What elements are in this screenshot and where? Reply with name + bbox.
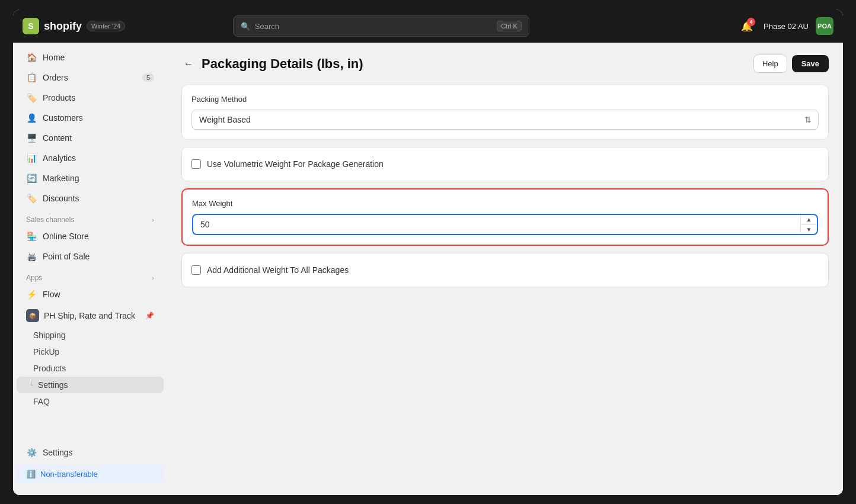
page-title: Packaging Details (lbs, in)	[202, 56, 363, 72]
sidebar-item-settings[interactable]: ⚙️ Settings	[17, 442, 164, 463]
notification-button[interactable]: 🔔 4	[737, 17, 756, 36]
sidebar-item-orders[interactable]: 📋 Orders 5	[17, 68, 164, 88]
sidebar-item-customers[interactable]: 👤 Customers	[17, 108, 164, 128]
sidebar-item-label: Discounts	[43, 194, 79, 203]
sales-channels-label: Sales channels	[26, 216, 74, 224]
info-icon: ℹ️	[26, 470, 36, 479]
page-header: ← Packaging Details (lbs, in) Help Save	[181, 54, 829, 73]
shopify-icon: S	[23, 18, 39, 34]
sidebar-item-discounts[interactable]: 🏷️ Discounts	[17, 188, 164, 208]
additional-weight-card: Add Additional Weight To All Packages	[181, 253, 829, 287]
non-transferable-label: Non-transferable	[40, 470, 98, 479]
products-icon: 🏷️	[26, 92, 37, 103]
topbar: S shopify Winter '24 🔍 Search Ctrl K 🔔 4…	[13, 9, 843, 43]
sidebar-item-label: Point of Sale	[43, 252, 90, 261]
marketing-icon: 🔄	[26, 173, 37, 184]
sidebar-item-label: Marketing	[43, 174, 79, 183]
volumetric-weight-card: Use Volumetric Weight For Package Genera…	[181, 147, 829, 181]
online-store-icon: 🏪	[26, 231, 37, 242]
sidebar-sub-faq[interactable]: FAQ	[17, 393, 164, 410]
sidebar-item-home[interactable]: 🏠 Home	[17, 47, 164, 68]
volumetric-checkbox[interactable]	[191, 159, 201, 169]
sales-channels-section: Sales channels ›	[17, 208, 164, 226]
orders-badge: 5	[142, 73, 154, 82]
pin-icon: 📌	[145, 312, 154, 320]
max-weight-input-wrapper: ▲ ▼	[192, 214, 818, 235]
spinner-up-button[interactable]: ▲	[801, 215, 817, 225]
orders-icon: 📋	[26, 72, 37, 83]
sidebar-item-label: Content	[43, 133, 72, 143]
sidebar-item-label: Analytics	[43, 153, 76, 163]
help-button[interactable]: Help	[753, 54, 787, 73]
settings-icon: ⚙️	[26, 447, 37, 458]
sidebar-sub-settings[interactable]: Settings	[17, 377, 164, 393]
sidebar-item-point-of-sale[interactable]: 🖨️ Point of Sale	[17, 246, 164, 267]
content-icon: 🖥️	[26, 133, 37, 143]
sidebar-item-analytics[interactable]: 📊 Analytics	[17, 148, 164, 168]
topbar-right: 🔔 4 Phase 02 AU POA	[737, 17, 833, 36]
avatar[interactable]: POA	[816, 17, 833, 35]
packing-method-card: Packing Method Weight Based Box Packing …	[181, 85, 829, 140]
header-actions: Help Save	[753, 54, 829, 73]
packing-method-select[interactable]: Weight Based Box Packing Individual Item…	[191, 110, 819, 130]
sidebar-item-label: Orders	[43, 73, 68, 82]
back-button[interactable]: ←	[181, 56, 196, 72]
additional-weight-checkbox[interactable]	[191, 265, 201, 275]
analytics-icon: 📊	[26, 153, 37, 163]
apps-section: Apps ›	[17, 267, 164, 284]
packing-method-select-wrapper: Weight Based Box Packing Individual Item…	[191, 110, 819, 130]
search-shortcut: Ctrl K	[497, 21, 522, 31]
sidebar: 🏠 Home 📋 Orders 5 🏷️ Products 👤 Customer…	[13, 43, 167, 495]
additional-weight-label: Add Additional Weight To All Packages	[207, 265, 349, 275]
notification-badge: 4	[747, 18, 755, 26]
max-weight-label: Max Weight	[192, 199, 818, 208]
home-icon: 🏠	[26, 52, 37, 63]
main-layout: 🏠 Home 📋 Orders 5 🏷️ Products 👤 Customer…	[13, 43, 843, 495]
chevron-right-icon: ›	[152, 216, 154, 223]
sidebar-item-content[interactable]: 🖥️ Content	[17, 128, 164, 148]
sidebar-bottom: ⚙️ Settings ℹ️ Non-transferable	[13, 438, 167, 490]
ph-app-item[interactable]: 📦 PH Ship, Rate and Track 📌	[17, 304, 164, 327]
sidebar-item-products[interactable]: 🏷️ Products	[17, 88, 164, 108]
ph-app-icon: 📦	[26, 309, 39, 322]
sidebar-sub-pickup[interactable]: PickUp	[17, 344, 164, 360]
sidebar-item-label: Home	[43, 53, 65, 62]
point-of-sale-icon: 🖨️	[26, 251, 37, 262]
sidebar-item-online-store[interactable]: 🏪 Online Store	[17, 226, 164, 246]
search-icon: 🔍	[241, 22, 250, 31]
sidebar-sub-shipping[interactable]: Shipping	[17, 327, 164, 344]
discounts-icon: 🏷️	[26, 193, 37, 204]
max-weight-input[interactable]	[192, 214, 818, 235]
volumetric-label: Use Volumetric Weight For Package Genera…	[207, 159, 384, 169]
sidebar-item-label: Customers	[43, 113, 83, 123]
logo-area: S shopify Winter '24	[23, 18, 125, 34]
sidebar-sub-products[interactable]: Products	[17, 360, 164, 377]
packing-method-label: Packing Method	[191, 95, 819, 104]
sidebar-item-label: Online Store	[43, 232, 89, 241]
volumetric-checkbox-row: Use Volumetric Weight For Package Genera…	[191, 157, 819, 171]
sidebar-item-flow[interactable]: ⚡ Flow	[17, 284, 164, 304]
search-bar[interactable]: 🔍 Search Ctrl K	[233, 15, 529, 37]
sidebar-item-label: Products	[43, 93, 75, 102]
store-name: Phase 02 AU	[764, 22, 809, 31]
sidebar-item-label: Flow	[43, 290, 60, 299]
winter-badge: Winter '24	[87, 21, 125, 31]
max-weight-card: Max Weight ▲ ▼	[181, 188, 829, 246]
save-button[interactable]: Save	[792, 55, 829, 72]
ph-app-label: PH Ship, Rate and Track	[44, 311, 135, 320]
main-content: ← Packaging Details (lbs, in) Help Save …	[167, 43, 843, 495]
chevron-right-icon: ›	[152, 274, 154, 281]
page-title-area: ← Packaging Details (lbs, in)	[181, 56, 363, 72]
additional-weight-checkbox-row: Add Additional Weight To All Packages	[191, 263, 819, 277]
shopify-wordmark: shopify	[44, 20, 82, 33]
sidebar-item-label: Settings	[43, 448, 73, 457]
sidebar-item-marketing[interactable]: 🔄 Marketing	[17, 168, 164, 188]
customers-icon: 👤	[26, 113, 37, 123]
spinner-down-button[interactable]: ▼	[801, 225, 817, 235]
apps-label: Apps	[26, 274, 42, 282]
spinner-buttons: ▲ ▼	[800, 215, 817, 234]
flow-icon: ⚡	[26, 289, 37, 300]
non-transferable-banner[interactable]: ℹ️ Non-transferable	[17, 465, 164, 483]
search-placeholder-text: Search	[255, 22, 279, 31]
